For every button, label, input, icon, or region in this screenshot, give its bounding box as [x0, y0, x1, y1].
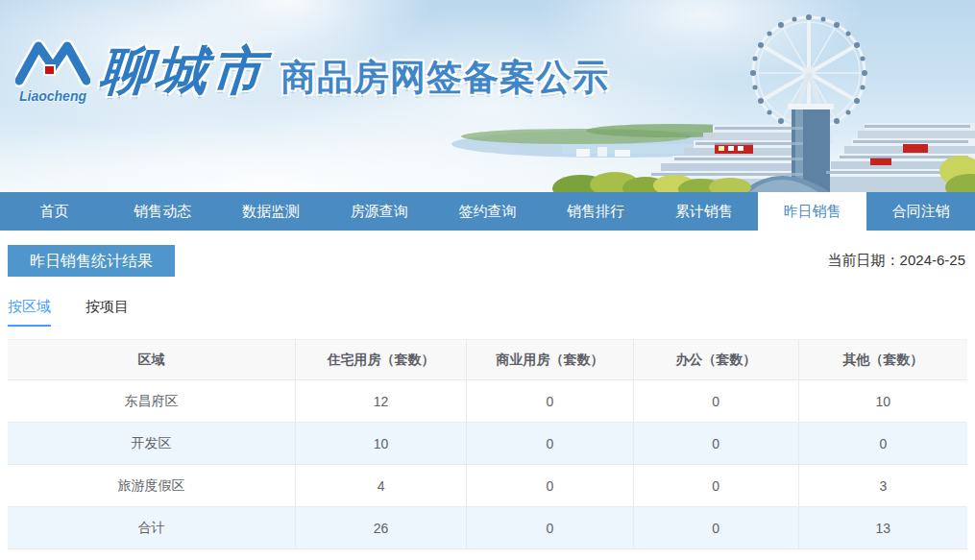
cell-residential: 10	[296, 423, 467, 465]
cell-residential: 12	[296, 380, 467, 423]
site-logo: Liaocheng	[15, 37, 90, 104]
cell-other: 13	[798, 507, 967, 549]
table-row-total: 合计 26 0 0 13	[8, 507, 967, 549]
nav-signing-query[interactable]: 签约查询	[433, 192, 542, 231]
nav-sales-trends[interactable]: 销售动态	[109, 192, 217, 231]
col-office-units: 办公（套数）	[633, 340, 798, 380]
col-other-units: 其他（套数）	[798, 340, 967, 380]
current-date: 当前日期：2024-6-25	[828, 252, 965, 270]
main-content: 昨日销售统计结果 当前日期：2024-6-25 按区域 按项目 区域 住宅用房（…	[0, 245, 975, 549]
nav-listing-query[interactable]: 房源查询	[325, 192, 433, 231]
cell-residential: 4	[296, 465, 467, 507]
col-commercial-units: 商业用房（套数）	[467, 340, 634, 380]
cell-office: 0	[633, 423, 798, 465]
page-head-row: 昨日销售统计结果 当前日期：2024-6-25	[8, 245, 967, 277]
view-tabs: 按区域 按项目	[8, 298, 967, 327]
tab-by-project[interactable]: 按项目	[85, 298, 129, 327]
current-date-label: 当前日期：	[828, 252, 900, 268]
cell-commercial: 0	[467, 380, 634, 423]
table-row-lvyoudujiaqu: 旅游度假区 4 0 0 3	[8, 465, 967, 507]
site-header: Liaocheng 聊城市 商品房网签备案公示	[0, 0, 975, 192]
nav-contract-cancellation[interactable]: 合同注销	[866, 192, 975, 231]
cell-other: 0	[798, 423, 967, 465]
section-title-banner: 昨日销售统计结果	[8, 245, 175, 277]
cell-residential: 26	[296, 507, 467, 549]
table-row-dongchangfu: 东昌府区 12 0 0 10	[8, 380, 967, 423]
brand: Liaocheng 聊城市 商品房网签备案公示	[15, 37, 609, 104]
cell-commercial: 0	[467, 507, 634, 549]
current-date-value: 2024-6-25	[900, 252, 965, 268]
cell-office: 0	[633, 380, 798, 423]
cell-other: 10	[798, 380, 967, 423]
cell-other: 3	[798, 465, 967, 507]
site-title: 商品房网签备案公示	[280, 60, 609, 95]
main-nav: 首页 销售动态 数据监测 房源查询 签约查询 销售排行 累计销售 昨日销售 合同…	[0, 192, 975, 231]
logo-script-text: Liaocheng	[15, 88, 90, 104]
nav-data-monitor[interactable]: 数据监测	[217, 192, 326, 231]
cell-region: 旅游度假区	[8, 465, 296, 507]
mountain-m-logo-icon	[15, 37, 90, 90]
nav-sales-ranking[interactable]: 销售排行	[542, 192, 650, 231]
col-residential-units: 住宅用房（套数）	[296, 340, 467, 380]
city-name: 聊城市	[98, 44, 269, 96]
cell-region: 东昌府区	[8, 380, 296, 423]
nav-cumulative-sales[interactable]: 累计销售	[650, 192, 759, 231]
table-row-kaifaqu: 开发区 10 0 0 0	[8, 423, 967, 465]
table-header-row: 区域 住宅用房（套数） 商业用房（套数） 办公（套数） 其他（套数）	[8, 340, 967, 380]
nav-yesterday-sales[interactable]: 昨日销售	[758, 192, 866, 231]
cell-office: 0	[633, 507, 798, 549]
cell-region: 开发区	[8, 423, 296, 465]
nav-home[interactable]: 首页	[0, 192, 109, 231]
tab-by-region[interactable]: 按区域	[8, 298, 51, 327]
cell-commercial: 0	[467, 465, 634, 507]
cell-commercial: 0	[467, 423, 634, 465]
sales-statistics-table: 区域 住宅用房（套数） 商业用房（套数） 办公（套数） 其他（套数） 东昌府区 …	[8, 339, 967, 549]
cell-region: 合计	[8, 507, 296, 549]
col-region: 区域	[8, 340, 296, 380]
cell-office: 0	[633, 465, 798, 507]
